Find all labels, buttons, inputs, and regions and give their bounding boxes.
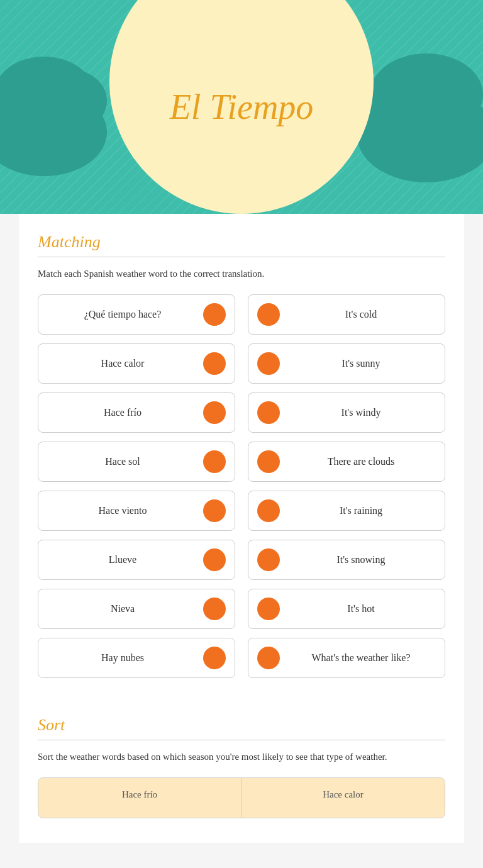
match-left-3[interactable]: Hace frío [38, 392, 235, 433]
match-right-label-1: It's cold [286, 309, 436, 320]
match-left-7[interactable]: Nieva [38, 589, 235, 629]
match-left-label-8: Hay nubes [47, 652, 198, 664]
content-area: Matching Match each Spanish weather word… [19, 214, 464, 843]
matching-grid: ¿Qué tiempo hace? It's cold Hace calor I… [38, 294, 445, 678]
match-left-8[interactable]: Hay nubes [38, 638, 235, 678]
match-dot-left-7[interactable] [203, 598, 226, 620]
match-dot-left-8[interactable] [203, 647, 226, 669]
match-left-label-7: Nieva [47, 603, 198, 615]
match-right-label-6: It's snowing [286, 554, 436, 565]
match-left-4[interactable]: Hace sol [38, 442, 235, 482]
match-right-label-7: It's hot [286, 603, 436, 615]
sort-title: Sort [38, 716, 445, 735]
match-right-5[interactable]: It's raining [248, 491, 445, 531]
sort-grid: Hace frío Hace calor [38, 777, 445, 818]
match-dot-right-8[interactable] [257, 647, 280, 669]
match-left-6[interactable]: Llueve [38, 540, 235, 580]
match-left-2[interactable]: Hace calor [38, 343, 235, 384]
match-right-label-4: There are clouds [286, 456, 436, 467]
matching-section: Matching Match each Spanish weather word… [38, 233, 445, 678]
sort-divider [38, 740, 445, 740]
sort-section: Sort Sort the weather words based on whi… [38, 716, 445, 818]
match-right-6[interactable]: It's snowing [248, 540, 445, 580]
match-dot-left-6[interactable] [203, 548, 226, 571]
match-right-label-3: It's windy [286, 407, 436, 418]
sort-col-1-title: Hace frío [48, 789, 231, 800]
match-left-label-5: Hace viento [47, 505, 198, 516]
match-left-5[interactable]: Hace viento [38, 491, 235, 531]
match-left-1[interactable]: ¿Qué tiempo hace? [38, 294, 235, 335]
match-right-4[interactable]: There are clouds [248, 442, 445, 482]
match-dot-left-5[interactable] [203, 499, 226, 522]
match-right-2[interactable]: It's sunny [248, 343, 445, 384]
match-dot-right-5[interactable] [257, 499, 280, 522]
match-right-7[interactable]: It's hot [248, 589, 445, 629]
match-dot-left-3[interactable] [203, 401, 226, 424]
match-left-label-6: Llueve [47, 554, 198, 565]
match-dot-right-7[interactable] [257, 598, 280, 620]
match-dot-right-3[interactable] [257, 401, 280, 424]
match-right-3[interactable]: It's windy [248, 392, 445, 433]
match-right-label-5: It's raining [286, 505, 436, 516]
match-right-8[interactable]: What's the weather like? [248, 638, 445, 678]
matching-instruction: Match each Spanish weather word to the c… [38, 269, 445, 279]
match-dot-right-4[interactable] [257, 450, 280, 473]
match-dot-right-1[interactable] [257, 303, 280, 326]
sort-col-2: Hace calor [242, 778, 445, 818]
match-dot-left-2[interactable] [203, 352, 226, 375]
match-left-label-1: ¿Qué tiempo hace? [47, 309, 198, 320]
match-dot-right-6[interactable] [257, 548, 280, 571]
match-dot-left-1[interactable] [203, 303, 226, 326]
match-dot-left-4[interactable] [203, 450, 226, 473]
hero-section: El Tiempo [0, 0, 483, 214]
match-left-label-3: Hace frío [47, 407, 198, 418]
sort-col-1: Hace frío [38, 778, 242, 818]
match-left-label-4: Hace sol [47, 456, 198, 467]
match-dot-right-2[interactable] [257, 352, 280, 375]
matching-title: Matching [38, 233, 445, 252]
match-right-1[interactable]: It's cold [248, 294, 445, 335]
matching-divider [38, 257, 445, 257]
match-left-label-2: Hace calor [47, 358, 198, 369]
match-right-label-2: It's sunny [286, 358, 436, 369]
sort-col-2-title: Hace calor [252, 789, 435, 800]
hero-title: El Tiempo [170, 87, 314, 127]
sort-instruction: Sort the weather words based on which se… [38, 752, 445, 762]
match-right-label-8: What's the weather like? [286, 652, 436, 664]
